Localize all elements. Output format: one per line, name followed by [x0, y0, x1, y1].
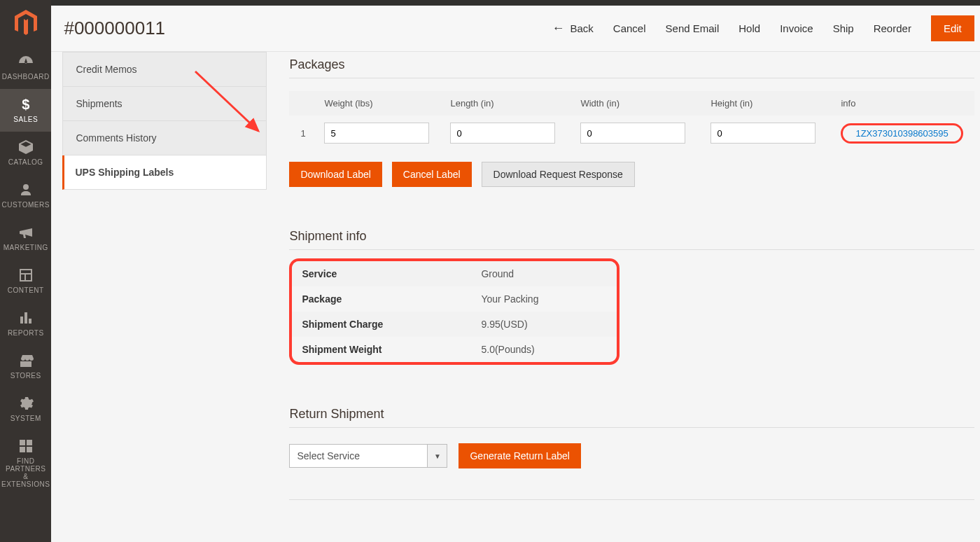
cube-icon: [18, 139, 34, 155]
nav-dashboard[interactable]: DASHBOARD: [0, 46, 51, 89]
cancel-label-button[interactable]: Cancel Label: [392, 162, 472, 187]
nav-partners[interactable]: FIND PARTNERS & EXTENSIONS: [0, 431, 51, 496]
shipment-info-row: Shipment Weight 5.0(Pounds): [292, 337, 617, 362]
col-height: Height (in): [710, 98, 841, 109]
nav-reports[interactable]: REPORTS: [0, 303, 51, 345]
packages-button-row: Download Label Cancel Label Download Req…: [289, 162, 974, 187]
back-label: Back: [570, 22, 593, 34]
weight-input[interactable]: [324, 123, 429, 144]
nav-stores[interactable]: STORES: [0, 345, 51, 388]
ship-value: 5.0(Pounds): [481, 344, 534, 355]
ship-key: Shipment Charge: [302, 319, 481, 330]
packages-title: Packages: [289, 57, 974, 72]
tab-ups-shipping-labels[interactable]: UPS Shipping Labels: [62, 155, 267, 190]
col-width: Width (in): [580, 98, 710, 109]
nav-content[interactable]: CONTENT: [0, 260, 51, 303]
admin-sidebar: DASHBOARD $ SALES CATALOG CUSTOMERS MARK…: [0, 0, 51, 542]
blocks-icon: [18, 438, 34, 454]
download-label-button[interactable]: Download Label: [289, 162, 382, 187]
dollar-icon: $: [18, 96, 34, 113]
nav-label: STORES: [1, 372, 50, 380]
bars-icon: [18, 310, 34, 326]
svg-text:$: $: [22, 97, 30, 112]
svg-line-1: [195, 71, 258, 131]
length-input[interactable]: [450, 123, 555, 144]
ship-key: Shipment Weight: [302, 344, 481, 355]
generate-return-label-button[interactable]: Generate Return Label: [458, 443, 580, 468]
nav-label: REPORTS: [1, 329, 50, 337]
order-actions: ← Back Cancel Send Email Hold Invoice Sh…: [552, 15, 974, 41]
nav-label: MARKETING: [1, 244, 50, 251]
ship-key: Service: [302, 268, 481, 279]
nav-system[interactable]: SYSTEM: [0, 388, 51, 431]
order-action-bar: #000000011 ← Back Cancel Send Email Hold…: [51, 6, 980, 52]
invoice-button[interactable]: Invoice: [780, 22, 813, 34]
ship-value: Your Packing: [481, 293, 538, 305]
return-shipment-row: Select Service ▼ Generate Return Label: [289, 443, 974, 468]
col-info: info: [841, 98, 962, 109]
packages-header-row: Weight (lbs) Length (in) Width (in) Heig…: [289, 91, 974, 116]
ship-value: Ground: [481, 268, 514, 279]
page: #000000011 ← Back Cancel Send Email Hold…: [51, 0, 980, 542]
nav-label: SYSTEM: [1, 415, 50, 422]
return-shipment-title: Return Shipment: [289, 407, 974, 422]
gauge-icon: [18, 53, 34, 70]
width-input[interactable]: [580, 123, 685, 144]
edit-button[interactable]: Edit: [931, 15, 974, 41]
arrow-left-icon: ←: [552, 21, 564, 36]
ship-key: Package: [302, 293, 481, 305]
service-select-value: Select Service: [289, 444, 428, 468]
divider: [289, 499, 974, 500]
package-index: 1: [300, 128, 324, 139]
divider: [289, 78, 974, 78]
annotation-arrow: [188, 64, 272, 148]
nav-label: FIND PARTNERS & EXTENSIONS: [1, 457, 50, 488]
gear-icon: [18, 395, 34, 412]
tracking-number-link[interactable]: 1ZX373010398603595: [841, 123, 962, 144]
ship-button[interactable]: Ship: [833, 22, 854, 34]
nav-catalog[interactable]: CATALOG: [0, 132, 51, 174]
bullhorn-icon: [18, 224, 34, 241]
nav-sales[interactable]: $ SALES: [0, 89, 51, 132]
content: Credit Memos Shipments Comments History …: [51, 52, 980, 542]
reorder-button[interactable]: Reorder: [874, 22, 911, 34]
shipment-info-row: Shipment Charge 9.95(USD): [292, 312, 617, 337]
col-weight: Weight (lbs): [324, 98, 450, 109]
shipment-info-row: Package Your Packing: [292, 286, 617, 312]
nav-label: SALES: [1, 116, 50, 123]
cancel-button[interactable]: Cancel: [613, 22, 646, 34]
magento-icon: [14, 10, 38, 36]
nav-label: DASHBOARD: [1, 73, 50, 81]
person-icon: [18, 181, 34, 198]
store-icon: [18, 352, 34, 369]
height-input[interactable]: [710, 123, 816, 144]
nav-marketing[interactable]: MARKETING: [0, 217, 51, 260]
shipment-info-box: Service Ground Package Your Packing Ship…: [289, 258, 620, 365]
shipment-info-row: Service Ground: [292, 261, 617, 286]
col-length: Length (in): [450, 98, 580, 109]
page-title: #000000011: [64, 18, 165, 39]
nav-label: CUSTOMERS: [1, 201, 50, 209]
top-dark-bar: [51, 0, 980, 6]
magento-logo[interactable]: [0, 0, 51, 46]
layout-icon: [18, 267, 34, 284]
send-email-button[interactable]: Send Email: [666, 22, 720, 34]
nav-label: CATALOG: [1, 158, 50, 166]
ship-value: 9.95(USD): [481, 319, 527, 330]
shipment-info-title: Shipment info: [289, 229, 974, 244]
main-panel: Packages Weight (lbs) Length (in) Width …: [267, 52, 980, 514]
download-request-response-button[interactable]: Download Request Response: [482, 162, 635, 187]
divider: [289, 249, 974, 250]
back-button[interactable]: ← Back: [552, 21, 593, 36]
hold-button[interactable]: Hold: [738, 22, 760, 34]
service-select[interactable]: Select Service ▼: [289, 444, 447, 468]
chevron-down-icon: ▼: [428, 444, 447, 468]
nav-customers[interactable]: CUSTOMERS: [0, 174, 51, 217]
nav-label: CONTENT: [1, 286, 50, 294]
package-row: 1 1ZX373010398603595: [289, 116, 974, 151]
divider: [289, 427, 974, 428]
